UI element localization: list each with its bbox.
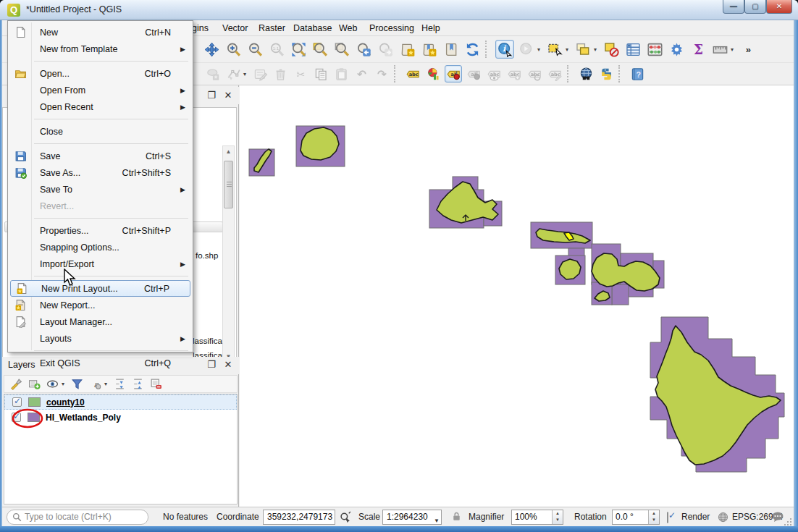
menu-item-exit-qgis[interactable]: Exit QGISCtrl+Q <box>9 355 191 371</box>
menu-item-open-recent[interactable]: Open Recent▶ <box>9 98 191 115</box>
refresh-map-icon[interactable] <box>463 40 482 59</box>
browser-close-icon[interactable]: ✕ <box>222 89 235 102</box>
zoom-to-selection-icon[interactable] <box>311 40 329 59</box>
collapse-all-icon[interactable] <box>130 376 146 392</box>
filter-by-expression-icon[interactable]: ε <box>87 376 104 392</box>
zoom-out-icon[interactable] <box>245 40 264 59</box>
menu-item-layouts[interactable]: Layouts▶ <box>9 330 191 347</box>
manage-map-themes-dropdown-icon[interactable]: ▾ <box>62 375 68 394</box>
select-features-dropdown-icon[interactable]: ▾ <box>566 40 572 59</box>
menubar-item-raster[interactable]: Raster <box>256 22 288 34</box>
show-spatial-bookmarks-icon[interactable] <box>419 40 438 59</box>
open-layer-styling-icon[interactable] <box>8 376 25 392</box>
menu-item-import-export[interactable]: Import/Export▶ <box>9 256 191 272</box>
menu-item-new[interactable]: NewCtrl+N <box>9 24 191 41</box>
locate-search-input[interactable]: Type to locate (Ctrl+K) <box>7 510 148 525</box>
menu-item-save[interactable]: SaveCtrl+S <box>9 148 191 164</box>
python-console-icon[interactable] <box>597 65 615 83</box>
browser-float-icon[interactable]: ❐ <box>205 89 218 102</box>
filter-legend-icon[interactable] <box>69 376 85 392</box>
rotation-spinbox[interactable]: 0.0 ° ▲▼ <box>612 510 660 525</box>
filter-by-expression-dropdown-icon[interactable]: ▾ <box>104 375 111 394</box>
titlebar[interactable]: Q *Untitled Project - QGIS — ▢ ✕ <box>0 0 798 20</box>
show-bookmark-manager-icon[interactable] <box>441 40 460 59</box>
show-hidden-labels-icon[interactable]: abc <box>485 65 503 83</box>
run-feature-action-icon[interactable] <box>517 40 536 59</box>
redo-icon[interactable]: ↷ <box>373 65 390 83</box>
measure-line-dropdown-icon[interactable]: ▾ <box>731 40 737 59</box>
menu-item-save-as[interactable]: Save As...Ctrl+Shift+S <box>9 164 191 181</box>
layers-close-icon[interactable]: ✕ <box>222 358 235 371</box>
modify-attributes-icon[interactable] <box>251 65 269 83</box>
menubar-item-vector[interactable]: Vector <box>219 22 251 34</box>
remove-layer-icon[interactable] <box>148 376 164 392</box>
move-label-diagram-icon[interactable]: abc <box>505 65 523 83</box>
layer-diagram-options-icon[interactable] <box>424 65 442 83</box>
cut-features-icon[interactable]: ✂ <box>292 65 309 83</box>
menu-item-new-print-layout[interactable]: New Print Layout...Ctrl+P <box>10 280 190 297</box>
layer-name[interactable]: county10 <box>46 397 85 408</box>
highlight-pinned-labels-icon[interactable]: ab <box>465 65 482 83</box>
lock-scale-icon[interactable] <box>451 511 462 524</box>
menu-item-close[interactable]: Close <box>9 123 191 140</box>
browser-item-shapefile[interactable]: fo.shp <box>196 251 218 260</box>
menu-item-open[interactable]: Open...Ctrl+O <box>9 65 191 82</box>
run-feature-action-dropdown-icon[interactable]: ▾ <box>537 40 544 59</box>
vertex-tool-icon[interactable] <box>224 65 242 83</box>
basic-statistics-icon[interactable] <box>645 40 664 59</box>
browser-item-classification-1[interactable]: lassifica <box>193 337 222 345</box>
scrollbar-thumb[interactable] <box>224 161 233 208</box>
scale-combobox[interactable]: 1:2964230 ▼ <box>382 510 442 525</box>
toolbar-overflow-icon[interactable]: » <box>739 40 757 59</box>
magnifier-spinbox[interactable]: 100% ▲▼ <box>511 510 563 525</box>
layer-labeling-options-icon[interactable]: abc <box>404 65 421 83</box>
processing-toolbox-icon[interactable] <box>667 40 686 59</box>
close-button[interactable]: ✕ <box>766 0 792 14</box>
add-group-icon[interactable] <box>26 376 43 392</box>
menubar-item-help[interactable]: Help <box>419 22 443 34</box>
current-edits-icon[interactable] <box>204 65 222 83</box>
layer-visibility-checkbox[interactable] <box>12 397 22 407</box>
undo-icon[interactable]: ↶ <box>353 65 370 83</box>
measure-line-icon[interactable] <box>710 40 729 59</box>
select-features-icon[interactable] <box>545 40 564 59</box>
zoom-next-icon[interactable] <box>376 40 395 59</box>
new-spatial-bookmark-icon[interactable] <box>398 40 416 59</box>
messages-icon[interactable] <box>771 511 784 525</box>
select-features-by-value-icon[interactable] <box>574 40 592 59</box>
zoom-in-icon[interactable] <box>224 40 243 59</box>
menu-item-new-from-template[interactable]: New from Template▶ <box>9 41 191 57</box>
menu-item-properties[interactable]: Properties...Ctrl+Shift+P <box>9 222 191 239</box>
spinner-arrows-icon[interactable]: ▲▼ <box>648 510 659 524</box>
resize-grip[interactable] <box>784 518 792 526</box>
menu-item-layout-manager[interactable]: Layout Manager... <box>9 313 191 330</box>
delete-selected-icon[interactable] <box>272 65 289 83</box>
spinner-arrows-icon[interactable]: ▲▼ <box>552 510 563 524</box>
menu-item-new-report[interactable]: New Report... <box>9 297 191 313</box>
pan-map-icon[interactable] <box>202 40 221 59</box>
menu-item-open-from[interactable]: Open From▶ <box>9 82 191 98</box>
deselect-features-icon[interactable] <box>602 40 621 59</box>
pin-unpin-labels-icon[interactable]: ab <box>445 65 462 83</box>
map-canvas[interactable] <box>240 85 794 507</box>
menu-item-snapping-options[interactable]: Snapping Options... <box>9 239 191 256</box>
metasearch-icon[interactable] <box>577 65 595 83</box>
extents-icon[interactable] <box>340 511 352 525</box>
menubar-item-web[interactable]: Web <box>336 22 360 34</box>
copy-features-icon[interactable] <box>312 65 329 83</box>
layers-float-icon[interactable]: ❐ <box>205 358 218 371</box>
menu-item-revert[interactable]: Revert... <box>9 198 191 214</box>
crs-globe-icon[interactable] <box>718 512 728 525</box>
change-label-properties-icon[interactable]: abc <box>546 65 563 83</box>
zoom-native-icon[interactable]: 1:1 <box>267 40 286 59</box>
zoom-last-icon[interactable] <box>354 40 373 59</box>
menubar-item-database[interactable]: Database <box>290 22 335 34</box>
scroll-up-icon[interactable]: ▲ <box>223 146 234 157</box>
browser-vertical-scrollbar[interactable]: ▲ ▼ <box>222 145 235 363</box>
vertex-tool-dropdown-icon[interactable]: ▾ <box>243 64 250 83</box>
zoom-full-extent-icon[interactable] <box>289 40 308 59</box>
menu-item-save-to[interactable]: Save To▶ <box>9 181 191 198</box>
menubar-item-processing[interactable]: Processing <box>366 22 417 34</box>
expand-all-icon[interactable] <box>112 376 128 392</box>
open-attribute-table-icon[interactable] <box>623 40 642 59</box>
